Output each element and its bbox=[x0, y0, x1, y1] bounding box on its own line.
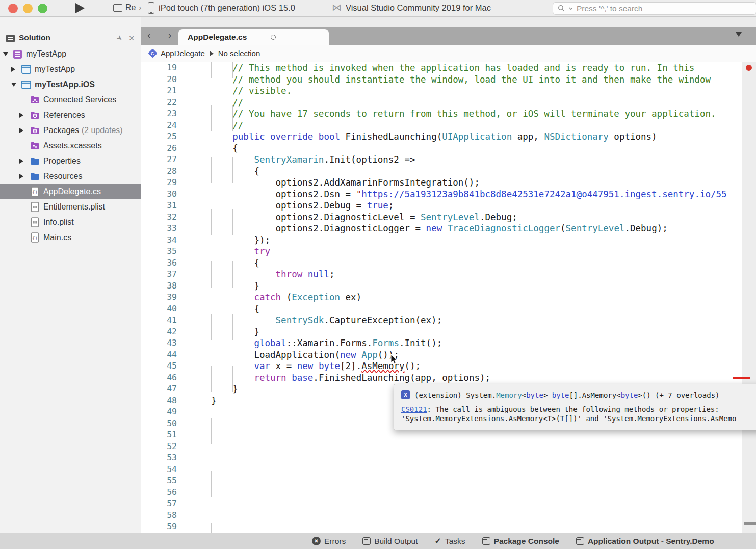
code-editor[interactable]: 19 // This method is invoked when the ap… bbox=[141, 62, 756, 533]
pad-application-output-sentry-demo[interactable]: Application Output - Sentry.Demo bbox=[576, 537, 714, 546]
code-line-55[interactable]: 55 bbox=[141, 475, 756, 487]
pad-package-console[interactable]: Package Console bbox=[482, 537, 559, 546]
code-line-40[interactable]: 40 { bbox=[141, 303, 756, 315]
code-line-30[interactable]: 30 options2.Dsn = "https://5a193123a9b84… bbox=[141, 189, 756, 200]
code-line-58[interactable]: 58 bbox=[141, 510, 756, 521]
code-line-29[interactable]: 29 options2.AddXamarinFormsIntegration()… bbox=[141, 177, 756, 189]
chevron-right-icon[interactable] bbox=[19, 174, 23, 179]
sidebar-item-assets-xcassets[interactable]: Assets.xcassets bbox=[0, 138, 141, 153]
sidebar-item-entitlements-plist[interactable]: Entitlements.plist bbox=[0, 199, 141, 215]
code-line-32[interactable]: 32 options2.DiagnosticLevel = SentryLeve… bbox=[141, 212, 756, 223]
pad-label: Build Output bbox=[374, 537, 418, 546]
pad-tasks[interactable]: ✓Tasks bbox=[435, 536, 465, 546]
code-line-19[interactable]: 19 // This method is invoked when the ap… bbox=[141, 62, 756, 74]
sidebar-item-references[interactable]: References bbox=[0, 108, 141, 123]
code-line-37[interactable]: 37 throw null; bbox=[141, 269, 756, 280]
line-number: 34 bbox=[141, 234, 177, 246]
code-line-34[interactable]: 34 }); bbox=[141, 234, 756, 246]
code-line-45[interactable]: 45 var x = new byte[2].AsMemory(); bbox=[141, 360, 756, 372]
chevron-right-icon[interactable] bbox=[19, 128, 23, 133]
close-window-button[interactable] bbox=[8, 4, 18, 13]
line-number: 33 bbox=[141, 223, 177, 234]
code-line-33[interactable]: 33 options2.DiagnosticLogger = new Trace… bbox=[141, 223, 756, 234]
code-line-43[interactable]: 43 global::Xamarin.Forms.Forms.Init(); bbox=[141, 337, 756, 349]
unsaved-changes-icon[interactable] bbox=[271, 35, 276, 40]
code-line-39[interactable]: 39 catch (Exception ex) bbox=[141, 292, 756, 303]
code-text bbox=[177, 521, 190, 533]
tab-strip: ‹ › AppDelegate.cs bbox=[141, 27, 756, 45]
minimize-window-button[interactable] bbox=[23, 4, 33, 13]
code-line-52[interactable]: 52 bbox=[141, 441, 756, 453]
close-panel-icon[interactable]: ✕ bbox=[128, 34, 135, 42]
configuration-selector[interactable]: Re › bbox=[113, 3, 141, 12]
connected-services-icon bbox=[30, 95, 40, 105]
code-line-57[interactable]: 57 bbox=[141, 498, 756, 510]
tab-appdelegate-cs[interactable]: AppDelegate.cs bbox=[178, 29, 329, 45]
code-line-28[interactable]: 28 { bbox=[141, 166, 756, 177]
navigate-back-button[interactable]: ‹ bbox=[147, 30, 150, 41]
code-line-51[interactable]: 51 bbox=[141, 429, 756, 441]
search-input[interactable] bbox=[577, 4, 751, 13]
chevron-right-icon[interactable] bbox=[19, 113, 23, 118]
code-line-36[interactable]: 36 { bbox=[141, 257, 756, 269]
code-text bbox=[177, 487, 190, 499]
code-line-24[interactable]: 24 // bbox=[141, 120, 756, 132]
code-line-25[interactable]: 25 public override bool FinishedLaunchin… bbox=[141, 131, 756, 143]
code-text: try bbox=[177, 246, 270, 257]
sidebar-item-resources[interactable]: Resources bbox=[0, 169, 141, 184]
code-line-31[interactable]: 31 options2.Debug = true; bbox=[141, 200, 756, 212]
zoom-window-button[interactable] bbox=[38, 4, 47, 13]
code-line-20[interactable]: 20 // method you should instantiate the … bbox=[141, 74, 756, 86]
run-button[interactable] bbox=[75, 3, 85, 13]
svg-text:{): {) bbox=[32, 190, 38, 195]
breadcrumb-selection[interactable]: No selection bbox=[218, 49, 260, 58]
code-line-56[interactable]: 56 bbox=[141, 487, 756, 499]
breadcrumb-class[interactable]: AppDelegate bbox=[161, 49, 205, 58]
sidebar-item-connected-services[interactable]: Connected Services bbox=[0, 92, 141, 108]
code-line-46[interactable]: 46 return base.FinishedLaunching(app, op… bbox=[141, 372, 756, 384]
chevron-down-icon[interactable] bbox=[3, 52, 8, 56]
sidebar-item-label: Resources bbox=[43, 172, 82, 181]
sidebar-item-main-cs[interactable]: {)Main.cs bbox=[0, 230, 141, 245]
pad-build-output[interactable]: Build Output bbox=[362, 537, 418, 546]
code-line-23[interactable]: 23 // You have 17 seconds to return from… bbox=[141, 108, 756, 120]
code-line-59[interactable]: 59 bbox=[141, 521, 756, 533]
dsn-url-link[interactable]: https://5a193123a9b841bc8d8e42531e7242a1… bbox=[361, 189, 726, 199]
device-selector[interactable]: iPod touch (7th generation) iOS 15.0 bbox=[148, 2, 295, 14]
code-line-38[interactable]: 38 } bbox=[141, 280, 756, 292]
search-icon bbox=[558, 5, 565, 12]
pad-errors[interactable]: ✕Errors bbox=[312, 537, 346, 546]
cs0121-link[interactable]: CS0121 bbox=[401, 405, 427, 413]
sidebar-item-packages[interactable]: Packages (2 updates) bbox=[0, 123, 141, 138]
scrollbar-annotations[interactable] bbox=[742, 62, 756, 533]
code-line-41[interactable]: 41 SentrySdk.CaptureException(ex); bbox=[141, 315, 756, 326]
sidebar-item-label: myTestApp bbox=[35, 65, 75, 74]
code-text bbox=[177, 475, 190, 487]
code-line-42[interactable]: 42 } bbox=[141, 326, 756, 338]
code-line-21[interactable]: 21 // visible. bbox=[141, 85, 756, 97]
code-line-54[interactable]: 54 bbox=[141, 464, 756, 476]
solution-tree: myTestAppmyTestAppmyTestApp.iOSConnected… bbox=[0, 46, 141, 245]
code-line-27[interactable]: 27 SentryXamarin.Init(options2 => bbox=[141, 154, 756, 166]
chevron-right-icon[interactable] bbox=[19, 159, 23, 164]
sidebar-item-mytestapp[interactable]: myTestApp bbox=[0, 62, 141, 77]
sidebar-item-label: Properties bbox=[43, 156, 81, 166]
code-line-44[interactable]: 44 LoadApplication(new App()); bbox=[141, 349, 756, 361]
navigate-forward-button[interactable]: › bbox=[168, 30, 171, 41]
sidebar-item-info-plist[interactable]: Info.plist bbox=[0, 215, 141, 230]
code-line-53[interactable]: 53 bbox=[141, 452, 756, 464]
sidebar-item-mytestapp[interactable]: myTestApp bbox=[0, 46, 141, 62]
global-search[interactable] bbox=[553, 2, 756, 15]
sidebar-item-mytestapp-ios[interactable]: myTestApp.iOS bbox=[0, 77, 141, 92]
sidebar-item-appdelegate-cs[interactable]: {)AppDelegate.cs bbox=[0, 184, 141, 199]
code-line-26[interactable]: 26 { bbox=[141, 143, 756, 154]
tab-overflow-dropdown-icon[interactable] bbox=[736, 32, 742, 37]
chevron-right-icon[interactable] bbox=[11, 67, 15, 72]
sidebar-item-label: Packages (2 updates) bbox=[43, 126, 123, 135]
tooltip-message-line2: 'System.MemoryExtensions.AsMemory<T>(T[]… bbox=[401, 414, 736, 423]
sidebar-item-label: myTestApp bbox=[26, 49, 66, 59]
code-line-22[interactable]: 22 // bbox=[141, 97, 756, 109]
chevron-down-icon[interactable] bbox=[11, 83, 16, 87]
code-line-35[interactable]: 35 try bbox=[141, 246, 756, 257]
sidebar-item-properties[interactable]: Properties bbox=[0, 153, 141, 169]
